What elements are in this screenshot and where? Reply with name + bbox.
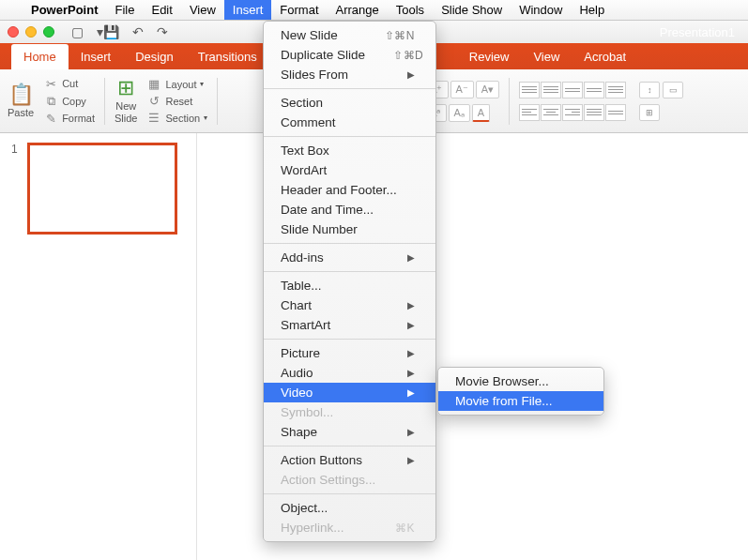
paste-button[interactable]: 📋 Paste <box>8 84 34 118</box>
menu-insert[interactable]: Insert <box>224 0 272 20</box>
menu-item-table[interactable]: Table... <box>264 276 435 295</box>
increase-indent-button[interactable] <box>584 82 604 98</box>
qat-undo-icon[interactable]: ↶ <box>132 24 144 39</box>
numbering-button[interactable] <box>541 82 561 98</box>
menu-item-section[interactable]: Section <box>264 93 435 113</box>
format-painter-button[interactable]: ✎Format <box>43 112 95 126</box>
submenu-item-label: Movie from File... <box>455 394 553 408</box>
tab-review[interactable]: Review <box>457 44 522 69</box>
menu-item-date-and-time[interactable]: Date and Time... <box>264 200 435 219</box>
clear-format-button[interactable]: A▾ <box>476 81 499 98</box>
menu-item-duplicate-slide[interactable]: Duplicate Slide⇧⌘D <box>264 45 435 65</box>
menu-item-label: Comment <box>281 115 336 129</box>
submenu-item-movie-browser[interactable]: Movie Browser... <box>438 371 603 391</box>
separator <box>509 78 510 125</box>
change-case-button[interactable]: Aₐ <box>449 104 470 122</box>
menu-item-label: Text Box <box>281 144 329 158</box>
submenu-item-movie-from-file[interactable]: Movie from File... <box>438 391 603 411</box>
layout-icon: ▦ <box>146 77 161 91</box>
shortcut-label: ⌘K <box>395 522 415 535</box>
bullets-button[interactable] <box>519 82 540 98</box>
font-color-button[interactable]: A <box>472 104 490 122</box>
menu-item-label: Video <box>281 386 313 400</box>
slide-panel[interactable]: 1 <box>0 133 197 560</box>
qat-new-icon[interactable]: ▢ <box>71 24 84 39</box>
decrease-font-button[interactable]: A⁻ <box>450 81 474 98</box>
menu-format[interactable]: Format <box>271 0 327 20</box>
qat-save-icon[interactable]: ▾💾 <box>97 24 119 39</box>
justify-button[interactable] <box>584 104 604 121</box>
window-zoom-button[interactable] <box>43 26 54 38</box>
new-slide-button[interactable]: ⊞ New Slide <box>114 78 137 123</box>
menu-item-label: Picture <box>281 346 320 360</box>
app-name[interactable]: PowerPoint <box>23 0 107 20</box>
menu-item-slide-number[interactable]: Slide Number <box>264 219 435 239</box>
clipboard-icon: 📋 <box>8 84 34 105</box>
columns-button[interactable] <box>605 104 626 121</box>
menu-item-comment[interactable]: Comment <box>264 113 435 132</box>
submenu-arrow-icon: ▶ <box>407 455 415 465</box>
window-minimize-button[interactable] <box>25 26 37 38</box>
tab-design[interactable]: Design <box>123 44 185 69</box>
menu-item-label: Date and Time... <box>281 203 374 217</box>
menu-slideshow[interactable]: Slide Show <box>433 0 511 20</box>
menu-tools[interactable]: Tools <box>388 0 433 20</box>
text-direction-button[interactable]: ↕ <box>639 82 660 98</box>
cut-button[interactable]: ✂Cut <box>43 77 95 91</box>
tab-home[interactable]: Home <box>11 44 69 69</box>
menu-item-picture[interactable]: Picture▶ <box>264 343 435 363</box>
menu-view[interactable]: View <box>181 0 224 20</box>
submenu-item-label: Movie Browser... <box>455 374 549 388</box>
submenu-arrow-icon: ▶ <box>407 320 415 330</box>
new-slide-icon: ⊞ <box>117 78 134 98</box>
menu-item-chart[interactable]: Chart▶ <box>264 295 435 315</box>
menu-item-label: Header and Footer... <box>281 183 397 197</box>
menu-item-label: Hyperlink... <box>281 521 344 535</box>
menu-item-wordart[interactable]: WordArt <box>264 160 435 180</box>
menu-item-action-buttons[interactable]: Action Buttons▶ <box>264 450 435 470</box>
menu-item-label: Slides From <box>281 68 348 82</box>
menu-item-slides-from[interactable]: Slides From▶ <box>264 65 435 84</box>
menu-item-audio[interactable]: Audio▶ <box>264 363 435 383</box>
line-spacing-button[interactable] <box>605 82 626 98</box>
menu-item-symbol: Symbol... <box>264 402 435 422</box>
align-text-button[interactable]: ▭ <box>663 82 683 98</box>
menu-arrange[interactable]: Arrange <box>328 0 388 20</box>
convert-smartart-button[interactable]: ⊞ <box>639 104 660 121</box>
menu-item-shape[interactable]: Shape▶ <box>264 422 435 442</box>
menu-help[interactable]: Help <box>571 0 613 20</box>
tab-acrobat[interactable]: Acrobat <box>572 44 638 69</box>
menu-item-smartart[interactable]: SmartArt▶ <box>264 315 435 335</box>
menu-window[interactable]: Window <box>511 0 571 20</box>
menu-separator <box>264 493 435 494</box>
menu-item-new-slide[interactable]: New Slide⇧⌘N <box>264 25 435 45</box>
decrease-indent-button[interactable] <box>562 82 583 98</box>
menu-file[interactable]: File <box>107 0 144 20</box>
align-left-button[interactable] <box>519 104 540 121</box>
align-right-button[interactable] <box>562 104 583 121</box>
menu-item-object[interactable]: Object... <box>264 498 435 518</box>
menu-item-label: Add-ins <box>281 250 324 265</box>
tab-view[interactable]: View <box>521 44 572 69</box>
menu-separator <box>264 136 435 137</box>
qat-redo-icon[interactable]: ↷ <box>157 24 168 39</box>
menu-item-add-ins[interactable]: Add-ins▶ <box>264 248 435 267</box>
slide-thumbnail[interactable] <box>27 143 177 235</box>
window-close-button[interactable] <box>8 26 19 38</box>
scissors-icon: ✂ <box>43 77 58 91</box>
section-button[interactable]: ☰Section▾ <box>146 111 207 125</box>
align-center-button[interactable] <box>541 104 561 121</box>
menu-item-video[interactable]: Video▶ <box>264 383 435 402</box>
reset-button[interactable]: ↺Reset <box>146 94 207 108</box>
menu-item-header-and-footer[interactable]: Header and Footer... <box>264 180 435 200</box>
layout-button[interactable]: ▦Layout▾ <box>146 77 207 91</box>
tab-transitions[interactable]: Transitions <box>186 44 269 69</box>
insert-menu: New Slide⇧⌘NDuplicate Slide⇧⌘DSlides Fro… <box>263 21 436 542</box>
copy-button[interactable]: ⧉Copy <box>43 94 95 109</box>
brush-icon: ✎ <box>43 112 58 126</box>
menu-item-text-box[interactable]: Text Box <box>264 141 435 160</box>
menu-edit[interactable]: Edit <box>143 0 180 20</box>
menu-item-label: New Slide <box>281 28 338 42</box>
tab-insert[interactable]: Insert <box>69 44 124 69</box>
menu-item-action-settings: Action Settings... <box>264 470 435 490</box>
